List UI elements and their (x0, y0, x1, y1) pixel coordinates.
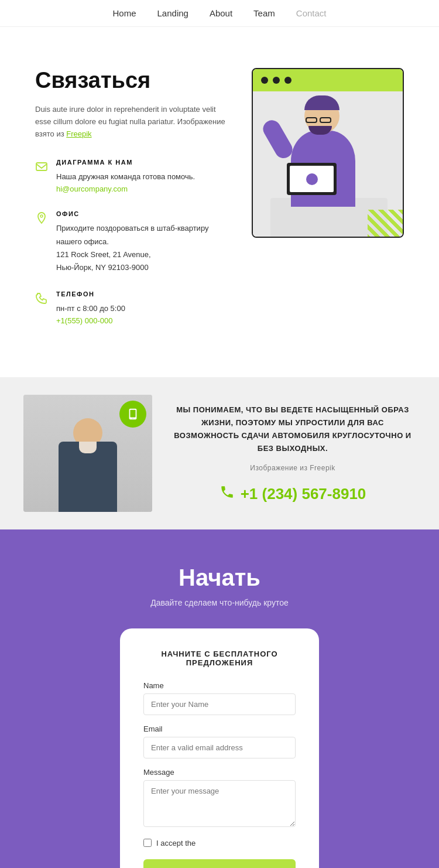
email-link[interactable]: hi@ourcompany.com (56, 184, 128, 193)
cta-subtitle: Давайте сделаем что-нибудь крутое (23, 598, 416, 607)
dot-2 (273, 77, 280, 84)
name-field-group: Name (143, 681, 296, 715)
terms-checkbox-row: I accept the (143, 839, 296, 848)
banner-section: МЫ ПОНИМАЕМ, ЧТО ВЫ ВЕДЕТЕ НАСЫЩЕННЫЙ ОБ… (0, 377, 439, 529)
message-label: Message (143, 768, 296, 777)
svg-point-4 (132, 418, 133, 419)
man-illustration (23, 395, 152, 512)
contact-email-item: ДИАГРАММА К НАМ Наша дружная команда гот… (35, 159, 228, 194)
nav-contact[interactable]: Contact (296, 8, 327, 18)
office-text1: Приходите поздороваться в штаб-квартиру … (56, 222, 228, 248)
main-nav: Home Landing About Team Contact (0, 0, 439, 27)
contact-phone-item: ТЕЛЕФОН пн-пт с 8:00 до 5:00 +1(555) 000… (35, 291, 228, 326)
email-label: ДИАГРАММА К НАМ (56, 159, 195, 166)
banner-image (23, 395, 152, 512)
phone-icon (35, 292, 48, 305)
freepik-link[interactable]: Freepik (66, 129, 91, 138)
contact-section: Связаться Duis aute irure dolor in repre… (0, 27, 439, 377)
banner-source: Изображение из Freepik (170, 462, 416, 474)
message-field-group: Message (143, 768, 296, 829)
form-title: НАЧНИТЕ С БЕСПЛАТНОГО ПРЕДЛОЖЕНИЯ (143, 650, 296, 667)
location-icon (35, 211, 48, 224)
email-field-group: Email (143, 725, 296, 758)
nav-home[interactable]: Home (113, 8, 136, 18)
banner-description: МЫ ПОНИМАЕМ, ЧТО ВЫ ВЕДЕТЕ НАСЫЩЕННЫЙ ОБ… (170, 404, 416, 455)
phone-number-link[interactable]: +1(555) 000-000 (56, 316, 113, 325)
submit-button[interactable]: Отправьте запрос (143, 859, 296, 868)
dot-1 (261, 77, 268, 84)
message-textarea[interactable] (143, 780, 296, 827)
office-text3: Нью-Йорк, NY 92103-9000 (56, 261, 228, 274)
phone-label: ТЕЛЕФОН (56, 291, 125, 298)
contact-description: Duis aute irure dolor in reprehenderit i… (35, 104, 228, 140)
banner-phone[interactable]: +1 (234) 567-8910 (170, 484, 416, 503)
cta-section: Начать Давайте сделаем что-нибудь крутое… (0, 529, 439, 868)
dot-3 (284, 77, 291, 84)
contact-email-body: ДИАГРАММА К НАМ Наша дружная команда гот… (56, 159, 195, 194)
illustration-box (252, 68, 404, 238)
contact-phone-body: ТЕЛЕФОН пн-пт с 8:00 до 5:00 +1(555) 000… (56, 291, 125, 326)
email-text: Наша дружная команда готова помочь. (56, 170, 195, 183)
terms-checkbox[interactable] (143, 839, 152, 847)
contact-office-body: ОФИС Приходите поздороваться в штаб-квар… (56, 210, 228, 274)
man-body (59, 442, 117, 512)
banner-phone-text: +1 (234) 567-8910 (241, 485, 366, 503)
email-input[interactable] (143, 737, 296, 758)
contact-heading: Связаться (35, 68, 228, 93)
nav-landing[interactable]: Landing (157, 8, 188, 18)
illustration-body (253, 91, 403, 238)
cta-heading: Начать (23, 565, 416, 591)
contact-office-item: ОФИС Приходите поздороваться в штаб-квар… (35, 210, 228, 274)
illustration-stripes (368, 210, 403, 238)
email-label: Email (143, 725, 296, 733)
phone-green-icon (220, 484, 235, 503)
email-icon (35, 160, 48, 173)
contact-form-card: НАЧНИТЕ С БЕСПЛАТНОГО ПРЕДЛОЖЕНИЯ Name E… (120, 628, 319, 868)
banner-text: МЫ ПОНИМАЕМ, ЧТО ВЫ ВЕДЕТЕ НАСЫЩЕННЫЙ ОБ… (170, 404, 416, 504)
office-text2: 121 Rock Sreet, 21 Avenue, (56, 248, 228, 261)
phone-hours: пн-пт с 8:00 до 5:00 (56, 302, 125, 315)
office-label: ОФИС (56, 210, 228, 217)
name-label: Name (143, 681, 296, 690)
contact-info: Связаться Duis aute irure dolor in repre… (35, 68, 228, 342)
svg-rect-0 (36, 163, 47, 170)
nav-team[interactable]: Team (253, 8, 275, 18)
contact-illustration (252, 68, 404, 342)
nav-about[interactable]: About (210, 8, 232, 18)
phone-badge (119, 401, 146, 428)
svg-point-1 (40, 215, 43, 217)
name-input[interactable] (143, 693, 296, 715)
terms-label: I accept the (156, 839, 196, 848)
svg-rect-3 (130, 410, 135, 418)
illustration-header (253, 69, 403, 91)
